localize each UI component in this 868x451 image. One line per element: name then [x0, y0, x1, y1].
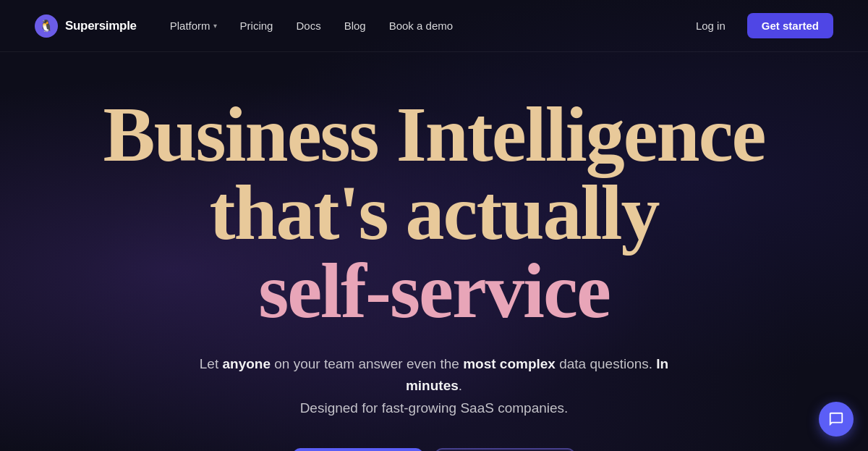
hero-title-line1: Business Intelligence	[103, 96, 765, 174]
chevron-down-icon: ▾	[213, 22, 217, 30]
subtitle-bold-anyone: anyone	[222, 356, 271, 371]
subtitle-bold-complex: most complex	[463, 356, 556, 371]
hero-buttons: Get Started Watch Intro	[293, 448, 576, 451]
nav-links: Platform ▾ Pricing Docs Blog Book a demo	[160, 14, 463, 38]
brand-name: Supersimple	[65, 19, 137, 33]
subtitle-text-1: Let	[200, 356, 223, 371]
navbar-left: 🐧 Supersimple Platform ▾ Pricing Docs Bl…	[35, 14, 463, 38]
navbar-right: Log in Get started	[686, 13, 833, 38]
subtitle-text-4: .	[459, 378, 462, 393]
nav-link-docs[interactable]: Docs	[286, 14, 331, 38]
chat-icon	[828, 411, 844, 427]
nav-link-blog[interactable]: Blog	[334, 14, 376, 38]
hero-title-line3: self-service	[103, 252, 765, 330]
hero-section: Business Intelligence that's actually se…	[0, 52, 868, 451]
subtitle-line2: Designed for fast-growing SaaS companies…	[300, 400, 569, 416]
hero-title: Business Intelligence that's actually se…	[103, 96, 765, 330]
hero-title-line2: that's actually	[103, 174, 765, 252]
get-started-nav-button[interactable]: Get started	[747, 13, 833, 38]
subtitle-text-2: on your team answer even the	[271, 356, 463, 371]
hero-subtitle: Let anyone on your team answer even the …	[195, 353, 673, 419]
watch-intro-button[interactable]: Watch Intro	[435, 448, 576, 451]
subtitle-text-3: data questions.	[556, 356, 656, 371]
get-started-button[interactable]: Get Started	[293, 448, 423, 451]
logo-icon: 🐧	[35, 14, 58, 38]
nav-link-book-demo[interactable]: Book a demo	[379, 14, 463, 38]
navbar: 🐧 Supersimple Platform ▾ Pricing Docs Bl…	[0, 0, 868, 52]
chat-bubble-button[interactable]	[819, 402, 854, 437]
login-button[interactable]: Log in	[686, 14, 736, 38]
nav-link-pricing[interactable]: Pricing	[230, 14, 284, 38]
logo[interactable]: 🐧 Supersimple	[35, 14, 137, 38]
nav-link-platform[interactable]: Platform ▾	[160, 14, 227, 38]
